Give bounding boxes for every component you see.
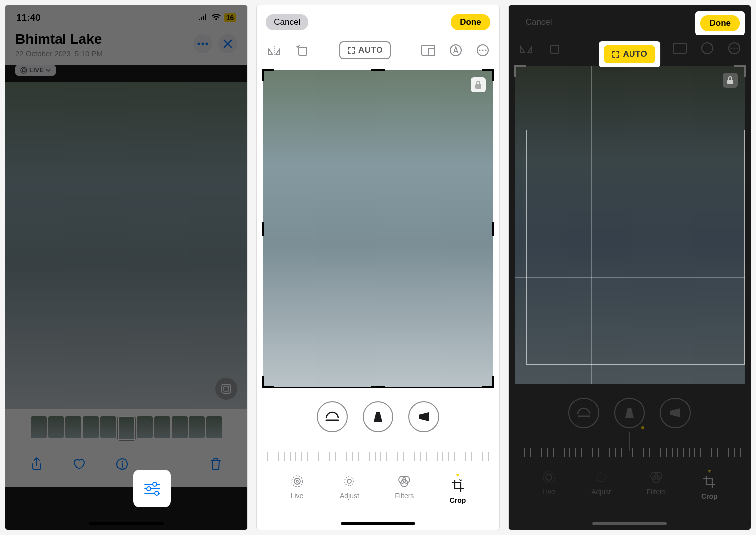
crop-toolbar: AUTO [257,35,499,67]
svg-point-39 [733,48,735,49]
battery-badge: 16 [224,13,237,22]
photo-preview[interactable] [5,82,247,409]
flip-horizontal-icon[interactable] [267,44,282,57]
favorite-button[interactable] [71,456,87,472]
svg-point-1 [202,43,204,45]
thumbnail[interactable] [100,416,116,438]
photo-subtitle: 22 October 2023 5:10 PM [15,49,103,58]
thumbnail[interactable] [31,416,47,438]
markup-icon[interactable] [449,44,462,57]
thumbnail[interactable] [206,416,222,438]
edit-crop-auto-screen: Cancel [508,5,751,530]
svg-point-26 [292,476,303,487]
crop-handle-right[interactable] [492,222,494,236]
delete-button[interactable] [208,456,224,472]
horizontal-perspective-button[interactable] [660,398,691,428]
thumbnail[interactable] [189,416,205,438]
crop-handle-bottom-left[interactable] [262,376,274,388]
cancel-button[interactable]: Cancel [518,14,560,30]
straighten-button[interactable] [317,401,348,432]
rotation-slider[interactable] [519,437,741,457]
thumbnail[interactable] [154,416,170,438]
thumbnail-current[interactable] [118,416,135,440]
header-actions [193,34,237,53]
more-button[interactable] [193,34,212,53]
scene-photo [5,82,247,409]
crop-handle-top-left[interactable] [514,65,526,77]
photo-detail-screen: 11:40 16 Bhimtal Lake 22 October 2023 5:… [5,5,248,530]
svg-rect-6 [224,386,229,391]
more-options-icon[interactable] [728,42,741,55]
tab-adjust[interactable]: Adjust [340,474,359,504]
svg-point-12 [147,487,151,491]
wifi-icon [212,14,221,21]
rotate-icon[interactable] [548,41,562,55]
tab-crop[interactable]: Crop [450,474,466,504]
tab-crop[interactable]: Crop [701,470,718,500]
cancel-button[interactable]: Cancel [266,14,308,30]
tab-live[interactable]: Live [542,470,556,500]
svg-point-2 [206,43,208,45]
more-options-icon[interactable] [476,44,489,57]
aspect-ratio-icon[interactable] [672,42,687,54]
svg-point-21 [479,50,480,51]
lock-aspect-icon[interactable] [723,73,738,88]
edit-mode-tabs: Live Adjust Filters Crop [509,470,751,500]
thumbnail-scrubber[interactable] [5,409,247,447]
thumbnail[interactable] [83,416,99,438]
tab-adjust[interactable]: Adjust [591,470,611,500]
home-indicator[interactable] [341,522,415,525]
done-button[interactable]: Done [700,15,740,31]
rotate-icon[interactable] [296,43,310,57]
tab-live[interactable]: Live [290,474,304,504]
crop-handle-top[interactable] [371,69,385,71]
auto-crop-button[interactable]: AUTO [604,45,655,63]
visual-lookup-button[interactable] [215,378,237,400]
home-indicator[interactable] [89,522,164,525]
info-button[interactable] [114,456,130,472]
straighten-button[interactable] [568,398,599,428]
vertical-perspective-button[interactable] [363,401,393,432]
aspect-ratio-icon[interactable] [421,44,436,56]
svg-point-43 [543,472,554,483]
filters-icon [397,474,412,489]
horizontal-perspective-button[interactable] [408,401,439,432]
close-button[interactable] [218,34,237,53]
done-button[interactable]: Done [451,14,490,30]
edit-button-highlight[interactable] [133,470,171,507]
vertical-perspective-button[interactable] [614,398,645,428]
slider-center-marker [629,432,630,451]
svg-point-14 [155,491,159,495]
thumbnail[interactable] [137,416,153,438]
home-indicator[interactable] [592,522,667,525]
crop-handle-top-left[interactable] [262,69,274,81]
signal-icon [199,14,209,21]
crop-handle-bottom-right[interactable] [482,376,494,388]
svg-point-27 [294,478,300,484]
share-button[interactable] [29,456,45,472]
active-tab-indicator [456,474,460,477]
crop-handle-left[interactable] [262,222,264,236]
sliders-icon [144,481,161,496]
flip-horizontal-icon[interactable] [519,42,534,55]
thumbnail[interactable] [65,416,81,438]
thumbnail[interactable] [48,416,64,438]
crop-canvas[interactable] [263,70,493,388]
lock-aspect-icon[interactable] [471,77,486,92]
crop-handle-bottom[interactable] [371,386,385,388]
perspective-controls [257,401,499,432]
auto-crop-region[interactable] [526,130,745,365]
auto-crop-button[interactable]: AUTO [339,41,391,59]
edit-crop-screen: Cancel Done AUTO [256,5,499,530]
slider-value-dot [641,426,644,429]
svg-point-45 [597,473,606,482]
markup-icon[interactable] [701,42,714,55]
live-badge[interactable]: LIVE [15,65,56,76]
rotation-slider[interactable] [267,441,489,461]
svg-point-8 [121,461,123,463]
crop-canvas[interactable] [515,66,745,384]
tab-filters[interactable]: Filters [647,470,666,500]
thumbnail[interactable] [172,416,188,438]
tab-filters[interactable]: Filters [395,474,414,504]
svg-point-29 [345,477,354,486]
